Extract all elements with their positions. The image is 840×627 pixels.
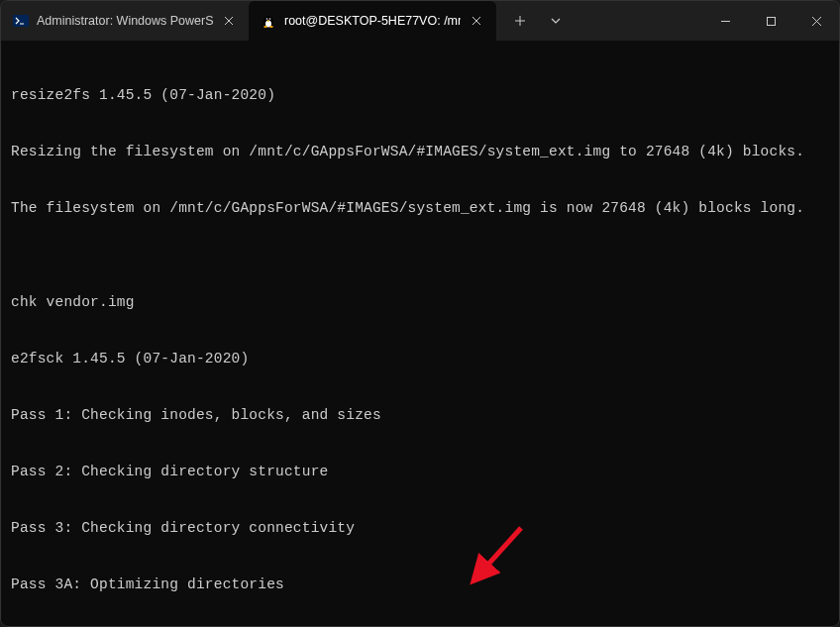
- output-line: chk vendor.img: [11, 293, 829, 312]
- svg-rect-0: [13, 15, 29, 27]
- tab-powershell[interactable]: Administrator: Windows PowerShell: [1, 1, 249, 41]
- tab-actions: [496, 1, 572, 41]
- svg-point-10: [269, 26, 273, 28]
- output-line: The filesystem on /mnt/c/GAppsForWSA/#IM…: [11, 199, 829, 218]
- output-line: Pass 3: Checking directory connectivity: [11, 519, 829, 538]
- tab-title: Administrator: Windows PowerShell: [37, 14, 213, 28]
- svg-point-7: [269, 18, 271, 20]
- close-icon[interactable]: [221, 13, 237, 29]
- svg-point-6: [266, 18, 268, 20]
- tab-title: root@DESKTOP-5HE77VO: /mnt: [284, 14, 461, 28]
- output-line: e2fsck 1.45.5 (07-Jan-2020): [11, 350, 829, 368]
- tab-dropdown-button[interactable]: [540, 5, 572, 37]
- window-controls: [702, 1, 839, 41]
- titlebar-drag-area[interactable]: [572, 1, 702, 41]
- svg-point-9: [263, 26, 267, 28]
- output-line: resize2fs 1.45.5 (07-Jan-2020): [11, 86, 829, 105]
- tab-strip: Administrator: Windows PowerShell root@D…: [1, 1, 496, 41]
- svg-rect-16: [767, 17, 775, 25]
- titlebar: Administrator: Windows PowerShell root@D…: [1, 1, 839, 41]
- maximize-button[interactable]: [748, 1, 793, 41]
- close-icon[interactable]: [469, 13, 484, 29]
- terminal-output[interactable]: resize2fs 1.45.5 (07-Jan-2020) Resizing …: [1, 41, 839, 627]
- new-tab-button[interactable]: [504, 5, 536, 37]
- minimize-button[interactable]: [702, 1, 748, 41]
- penguin-icon: [261, 13, 276, 29]
- output-line: Resizing the filesystem on /mnt/c/GAppsF…: [11, 143, 829, 161]
- output-line: Pass 2: Checking directory structure: [11, 463, 829, 481]
- output-line: Pass 1: Checking inodes, blocks, and siz…: [11, 406, 829, 425]
- close-window-button[interactable]: [793, 1, 839, 41]
- tab-linux[interactable]: root@DESKTOP-5HE77VO: /mnt: [249, 1, 496, 41]
- powershell-icon: [13, 13, 29, 29]
- svg-point-8: [267, 20, 269, 22]
- output-line: Pass 3A: Optimizing directories: [11, 575, 829, 594]
